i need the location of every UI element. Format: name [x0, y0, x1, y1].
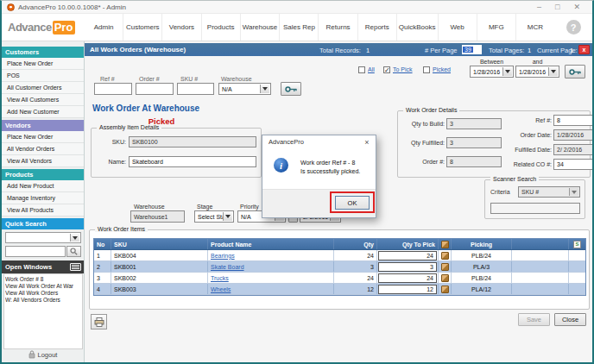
order-filter-input[interactable] — [136, 83, 174, 95]
logout-button[interactable]: Logout — [2, 350, 84, 359]
staging-priority-label: Priority — [240, 204, 259, 210]
menu-returns[interactable]: Returns — [319, 14, 357, 41]
chevron-down-icon[interactable] — [548, 67, 558, 76]
fulfilled-date-dropdown[interactable]: 2/ 2/2016 — [553, 144, 594, 155]
maximize-icon[interactable]: □ — [555, 3, 559, 11]
edit-icon[interactable] — [441, 286, 449, 293]
sidebar-item-manage-inventory[interactable]: Manage Inventory — [2, 192, 84, 204]
date-to-dropdown[interactable]: 1/28/2016 — [515, 66, 559, 78]
page-title: All Work Orders (Warehouse) — [90, 46, 186, 53]
product-link[interactable]: Trucks — [211, 275, 229, 281]
scanner-input[interactable] — [490, 203, 580, 214]
qty-to-pick-input[interactable]: 12 — [378, 285, 437, 294]
ref-filter-input[interactable] — [94, 83, 132, 95]
filter-all-checkbox[interactable] — [358, 66, 365, 73]
sidebar-item-view-all-customers[interactable]: View All Customers — [2, 94, 84, 106]
sidebar-item-pos[interactable]: POS — [2, 70, 84, 82]
sidebar-item-view-all-vendors[interactable]: View All Vendors — [2, 155, 84, 167]
nav-bar: AdvancePro Admin Customers Vendors Produ… — [2, 14, 592, 41]
menu-quickbooks[interactable]: QuickBooks — [397, 14, 439, 41]
warehouse-filter-dropdown[interactable]: N/A — [218, 83, 271, 95]
edit-icon[interactable] — [441, 263, 449, 271]
open-window-view-all-wo-warehouse[interactable]: View All Work Order At War — [5, 283, 81, 290]
chevron-down-icon[interactable] — [70, 234, 79, 242]
product-link[interactable]: Bearings — [211, 253, 235, 259]
menu-mfg[interactable]: MFG — [477, 14, 516, 41]
qty-to-build-value: 3 — [446, 118, 502, 129]
menu-mcr[interactable]: MCR — [516, 14, 554, 41]
staging-stage-dropdown[interactable]: Select Stag — [194, 210, 234, 223]
sidebar-item-view-all-products[interactable]: View All Products — [2, 204, 84, 217]
app-logo-icon — [7, 3, 15, 11]
print-button[interactable] — [91, 314, 107, 329]
menu-warehouse[interactable]: Warehouse — [241, 14, 281, 41]
window-list-icon[interactable] — [70, 263, 81, 271]
close-tab-icon[interactable]: x — [578, 45, 590, 54]
sidebar-item-all-customer-orders[interactable]: All Customer Orders — [2, 82, 84, 94]
open-window-all-vendors-orders[interactable]: W: All Vendors Orders — [5, 297, 81, 304]
filter-picked-label[interactable]: Picked — [433, 66, 451, 72]
minimize-icon[interactable]: – — [537, 3, 541, 11]
chevron-down-icon[interactable] — [502, 67, 512, 76]
date-from-dropdown[interactable]: 1/28/2016 — [470, 66, 514, 78]
scanner-criteria-dropdown[interactable]: SKU # — [518, 186, 580, 198]
grid-settings-icon[interactable]: S — [573, 241, 581, 248]
dialog-close-icon[interactable]: × — [358, 138, 376, 147]
col-product-name: Product Name — [208, 239, 334, 249]
quick-search-input[interactable] — [5, 246, 66, 257]
chevron-down-icon[interactable] — [260, 85, 269, 93]
open-windows-list: Work Order # 8 View All Work Order At Wa… — [3, 273, 83, 349]
sidebar: Customers Place New Order POS All Custom… — [2, 41, 85, 362]
save-button[interactable]: Save — [518, 313, 550, 326]
sidebar-section-open-windows: Open Windows — [2, 260, 84, 273]
edit-icon[interactable] — [441, 241, 449, 248]
filter-to-pick-checkbox[interactable]: ✓ — [383, 66, 390, 73]
filter-picked-checkbox[interactable] — [423, 66, 430, 73]
help-icon[interactable]: ? — [566, 20, 581, 35]
warehouse-filter-label: Warehouse — [221, 76, 252, 82]
sidebar-item-place-new-order[interactable]: Place New Order — [2, 58, 84, 70]
qty-to-pick-input[interactable]: 24 — [378, 273, 437, 283]
menu-products[interactable]: Products — [202, 14, 241, 41]
main-menu: Admin Customers Vendors Products Warehou… — [85, 14, 554, 41]
menu-web[interactable]: Web — [439, 14, 477, 41]
col-qty: Qty — [334, 239, 377, 249]
menu-customers[interactable]: Customers — [123, 14, 162, 41]
date-filter-go-button[interactable] — [565, 65, 585, 78]
qty-fulfilled-value: 3 — [446, 137, 502, 148]
qty-to-pick-input[interactable]: 3 — [378, 262, 437, 272]
chevron-down-icon[interactable] — [223, 212, 232, 221]
quick-search-dropdown[interactable] — [5, 232, 81, 243]
sku-filter-input[interactable] — [177, 83, 214, 95]
open-window-work-order-8[interactable]: Work Order # 8 — [5, 276, 81, 283]
printer-icon — [94, 317, 104, 327]
menu-admin[interactable]: Admin — [85, 14, 123, 41]
filter-to-pick-label[interactable]: To Pick — [393, 66, 413, 72]
total-pages-value: 1 — [528, 47, 531, 54]
table-row: 3 SKB002 Trucks 24 24 PLB/24 — [94, 273, 585, 284]
order-no-value: 8 — [446, 156, 502, 167]
menu-sales-rep[interactable]: Sales Rep — [280, 14, 319, 41]
product-link[interactable]: Wheels — [211, 286, 231, 292]
dialog-message: Work order Ref # - 8 Is successfully pic… — [300, 159, 360, 176]
qty-to-pick-input[interactable]: 24 — [378, 251, 437, 260]
sidebar-item-add-new-product[interactable]: Add New Product — [2, 180, 84, 192]
order-date-dropdown[interactable]: 1/28/2016 — [553, 129, 594, 141]
per-page-input[interactable]: 39 — [462, 45, 482, 54]
sidebar-item-vendor-place-new-order[interactable]: Place New Order — [2, 131, 84, 143]
sidebar-item-add-new-customer[interactable]: Add New Customer — [2, 106, 84, 118]
product-link[interactable]: Skate Board — [211, 264, 244, 270]
col-no: No — [94, 239, 111, 249]
search-go-button[interactable] — [281, 82, 301, 96]
filter-all-label[interactable]: All — [368, 66, 375, 72]
close-button[interactable]: Close — [554, 313, 586, 326]
menu-reports[interactable]: Reports — [358, 14, 397, 41]
sidebar-item-all-vendor-orders[interactable]: All Vendor Orders — [2, 143, 84, 155]
title-bar: AdvancePro 10.00.0.1008* - Admin – □ ✕ — [2, 1, 592, 14]
edit-icon[interactable] — [441, 252, 449, 260]
close-icon[interactable]: ✕ — [573, 3, 580, 11]
edit-icon[interactable] — [441, 274, 449, 282]
quick-search-button[interactable] — [66, 246, 81, 257]
open-window-view-all-work-orders[interactable]: View All Work Orders — [5, 290, 81, 297]
menu-vendors[interactable]: Vendors — [162, 14, 201, 41]
